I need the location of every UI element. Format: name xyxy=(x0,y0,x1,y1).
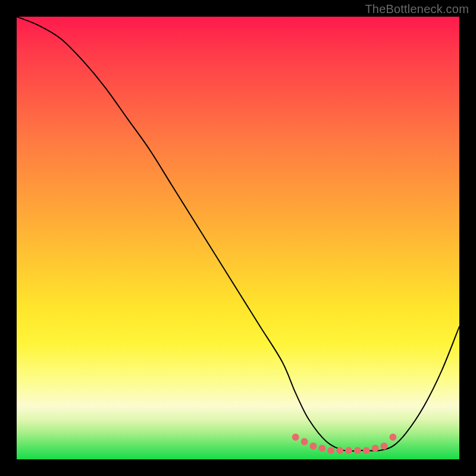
optimal-dot xyxy=(301,438,308,445)
optimal-dot xyxy=(345,447,352,454)
optimal-dot xyxy=(327,447,334,454)
optimal-dot xyxy=(292,434,299,441)
optimal-dot xyxy=(372,444,379,452)
optimal-dot xyxy=(354,447,361,454)
optimal-dot xyxy=(318,444,325,452)
optimal-dot xyxy=(336,447,343,454)
chart-frame: TheBottleneck.com xyxy=(0,0,476,476)
optimal-dot xyxy=(381,443,388,450)
curve-layer xyxy=(17,17,459,459)
bottleneck-curve xyxy=(17,17,459,451)
optimal-dot xyxy=(363,447,370,454)
optimal-dot xyxy=(389,434,396,441)
plot-area xyxy=(17,17,459,459)
watermark-text: TheBottleneck.com xyxy=(365,2,469,16)
optimal-dot xyxy=(310,443,317,450)
